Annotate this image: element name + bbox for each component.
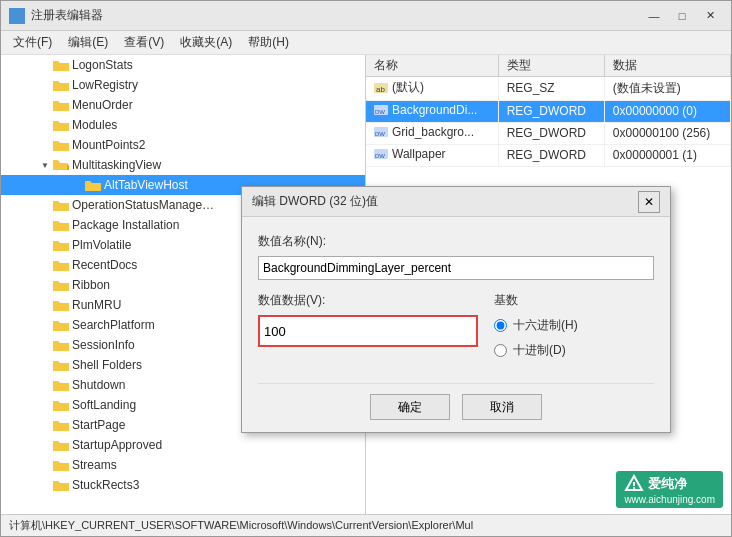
menu-edit[interactable]: 编辑(E)	[60, 32, 116, 53]
value-name-cell: DWBackgroundDi...	[366, 100, 498, 122]
close-button[interactable]: ✕	[697, 6, 723, 26]
minimize-button[interactable]: —	[641, 6, 667, 26]
expand-icon-recentdocs	[37, 257, 53, 273]
expand-icon-runmru	[37, 297, 53, 313]
svg-rect-5	[53, 63, 69, 71]
svg-rect-48	[53, 483, 69, 491]
svg-rect-24	[53, 243, 69, 251]
col-header-data: 数据	[604, 55, 730, 77]
dialog-close-button[interactable]: ✕	[638, 191, 660, 213]
table-row[interactable]: DWWallpaperREG_DWORD0x00000001 (1)	[366, 144, 731, 166]
menu-file[interactable]: 文件(F)	[5, 32, 60, 53]
value-type-cell: REG_SZ	[498, 77, 604, 101]
col-header-type: 类型	[498, 55, 604, 77]
value-input-wrapper	[258, 315, 478, 347]
folder-icon-startupapproved	[53, 438, 69, 452]
table-row[interactable]: DWBackgroundDi...REG_DWORD0x00000000 (0)	[366, 100, 731, 122]
svg-rect-2	[11, 17, 16, 22]
window-controls: — □ ✕	[641, 6, 723, 26]
folder-icon-lowregistry	[53, 78, 69, 92]
radio-hex[interactable]	[494, 319, 507, 332]
tree-item-modules[interactable]: Modules	[1, 115, 365, 135]
menu-favorites[interactable]: 收藏夹(A)	[172, 32, 240, 53]
dialog-name-input[interactable]	[258, 256, 654, 280]
value-name-cell: DWGrid_backgro...	[366, 122, 498, 144]
tree-label-lowregistry: LowRegistry	[72, 78, 138, 92]
tree-label-multitaskingview: MultitaskingView	[72, 158, 161, 172]
tree-label-ribbon: Ribbon	[72, 278, 110, 292]
dialog-title-bar: 编辑 DWORD (32 位)值 ✕	[242, 187, 670, 217]
folder-icon-streams	[53, 458, 69, 472]
tree-item-streams[interactable]: Streams	[1, 455, 365, 475]
radio-hex-text: 十六进制(H)	[513, 317, 578, 334]
value-data-cell: (数值未设置)	[604, 77, 730, 101]
expand-icon-menuorder	[37, 97, 53, 113]
value-data-cell: 0x00000000 (0)	[604, 100, 730, 122]
tree-label-recentdocs: RecentDocs	[72, 258, 137, 272]
tree-item-multitaskingview[interactable]: ▼ MultitaskingView	[1, 155, 365, 175]
folder-icon-shellfolders	[53, 358, 69, 372]
folder-icon-alttabviewhost	[85, 178, 101, 192]
expand-icon-alttabviewhost	[69, 177, 85, 193]
watermark-text: 爱纯净	[648, 475, 687, 493]
menu-help[interactable]: 帮助(H)	[240, 32, 297, 53]
dialog-ok-button[interactable]: 确定	[370, 394, 450, 420]
value-name-cell: ab(默认)	[366, 77, 498, 101]
main-window: 注册表编辑器 — □ ✕ 文件(F) 编辑(E) 查看(V) 收藏夹(A) 帮助…	[0, 0, 732, 537]
folder-icon-multitaskingview	[53, 158, 69, 172]
svg-rect-22	[53, 223, 69, 231]
table-row[interactable]: ab(默认)REG_SZ(数值未设置)	[366, 77, 731, 101]
svg-rect-36	[53, 363, 69, 371]
svg-rect-20	[53, 203, 69, 211]
svg-text:DW: DW	[375, 153, 385, 159]
folder-icon-plmvolatile	[53, 238, 69, 252]
tree-item-startupapproved[interactable]: StartupApproved	[1, 435, 365, 455]
dialog-right-col: 基数 十六进制(H) 十进制(D)	[494, 292, 654, 367]
tree-label-plmvolatile: PlmVolatile	[72, 238, 131, 252]
col-header-name: 名称	[366, 55, 498, 77]
expand-icon-modules	[37, 117, 53, 133]
tree-label-packageinstallation: Package Installation	[72, 218, 179, 232]
svg-rect-44	[53, 443, 69, 451]
status-text: 计算机\HKEY_CURRENT_USER\SOFTWARE\Microsoft…	[9, 518, 473, 533]
value-data-cell: 0x00000001 (1)	[604, 144, 730, 166]
dialog-value-input[interactable]	[260, 317, 476, 345]
menu-view[interactable]: 查看(V)	[116, 32, 172, 53]
dialog-cancel-button[interactable]: 取消	[462, 394, 542, 420]
svg-rect-40	[53, 403, 69, 411]
expand-icon-stuckrects3	[37, 477, 53, 493]
folder-icon-menuorder	[53, 98, 69, 112]
watermark-url: www.aichunjing.com	[624, 494, 715, 505]
value-data-cell: 0x00000100 (256)	[604, 122, 730, 144]
svg-rect-46	[53, 463, 69, 471]
table-row[interactable]: DWGrid_backgro...REG_DWORD0x00000100 (25…	[366, 122, 731, 144]
svg-rect-32	[53, 323, 69, 331]
maximize-button[interactable]: □	[669, 6, 695, 26]
app-icon	[9, 8, 25, 24]
svg-rect-18	[85, 183, 101, 191]
tree-item-lowregistry[interactable]: LowRegistry	[1, 75, 365, 95]
tree-label-alttabviewhost: AltTabViewHost	[104, 178, 188, 192]
tree-label-startpage: StartPage	[72, 418, 125, 432]
radio-hex-label[interactable]: 十六进制(H)	[494, 317, 654, 334]
tree-label-searchplatform: SearchPlatform	[72, 318, 155, 332]
dialog-data-label: 数值数据(V):	[258, 292, 478, 309]
tree-item-stuckrects3[interactable]: StuckRects3	[1, 475, 365, 495]
tree-item-logonstats[interactable]: LogonStats	[1, 55, 365, 75]
tree-item-menuorder[interactable]: MenuOrder	[1, 95, 365, 115]
expand-icon-softlanding	[37, 397, 53, 413]
radio-dec[interactable]	[494, 344, 507, 357]
expand-icon-shutdown	[37, 377, 53, 393]
svg-text:DW: DW	[375, 109, 385, 115]
folder-icon-logonstats	[53, 58, 69, 72]
tree-label-shutdown: Shutdown	[72, 378, 125, 392]
tree-item-mountpoints2[interactable]: MountPoints2	[1, 135, 365, 155]
svg-marker-16	[67, 163, 69, 170]
base-label: 基数	[494, 292, 654, 309]
folder-icon-sessioninfo	[53, 338, 69, 352]
folder-icon-modules	[53, 118, 69, 132]
folder-icon-runmru	[53, 298, 69, 312]
radio-dec-label[interactable]: 十进制(D)	[494, 342, 654, 359]
expand-icon-mountpoints2	[37, 137, 53, 153]
tree-label-shellfolders: Shell Folders	[72, 358, 142, 372]
